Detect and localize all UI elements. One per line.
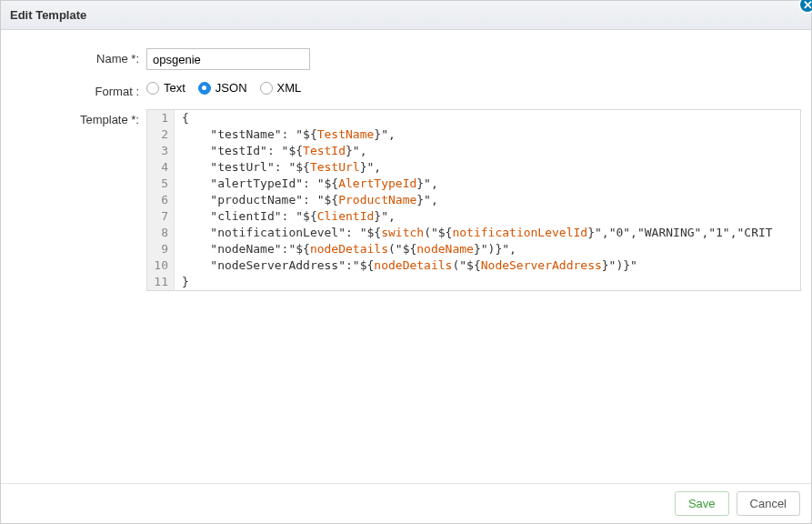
- code-line: "testId": "${TestId}",: [182, 143, 793, 159]
- editor-code[interactable]: { "testName": "${TestName}", "testId": "…: [175, 110, 800, 290]
- format-radio-json[interactable]: JSON: [198, 81, 247, 95]
- template-row: Template *: 1234567891011 { "testName": …: [10, 109, 802, 291]
- name-input[interactable]: [146, 48, 310, 70]
- template-label: Template *:: [10, 109, 146, 126]
- code-line: "nodeServerAddress":"${nodeDetails("${No…: [182, 257, 793, 274]
- format-row: Format : Text JSON XML: [10, 81, 802, 98]
- code-line: "alertTypeId": "${AlertTypeId}",: [182, 176, 793, 192]
- dialog-title: Edit Template: [10, 8, 86, 22]
- code-line: "nodeName":"${nodeDetails("${nodeName}")…: [182, 241, 793, 257]
- format-label: Format :: [10, 81, 146, 98]
- line-number: 1: [153, 110, 168, 126]
- radio-label-json: JSON: [216, 81, 247, 95]
- line-number: 3: [153, 143, 168, 159]
- radio-icon: [198, 82, 211, 95]
- save-button[interactable]: Save: [675, 491, 729, 516]
- close-icon[interactable]: ✕: [798, 0, 812, 14]
- line-number: 6: [153, 192, 168, 208]
- line-number: 8: [153, 225, 168, 241]
- line-number: 7: [153, 208, 168, 225]
- code-line: "clientId": "${ClientId}",: [182, 208, 793, 225]
- line-number: 9: [153, 241, 168, 257]
- radio-icon: [146, 82, 159, 95]
- name-row: Name *:: [10, 48, 802, 70]
- dialog-header: Edit Template ✕: [1, 1, 811, 30]
- format-radio-text[interactable]: Text: [146, 81, 185, 95]
- radio-label-xml: XML: [277, 81, 302, 95]
- name-label: Name *:: [10, 48, 146, 66]
- code-line: "notificationLevel": "${switch("${notifi…: [182, 225, 793, 241]
- line-number: 5: [153, 176, 168, 192]
- dialog-footer: Save Cancel: [1, 483, 811, 523]
- code-line: "testUrl": "${TestUrl}",: [182, 159, 793, 176]
- radio-label-text: Text: [164, 81, 185, 95]
- template-editor[interactable]: 1234567891011 { "testName": "${TestName}…: [146, 109, 801, 291]
- radio-icon: [260, 82, 273, 95]
- editor-gutter: 1234567891011: [147, 110, 175, 290]
- line-number: 11: [153, 274, 168, 290]
- format-radio-xml[interactable]: XML: [260, 81, 302, 95]
- edit-template-dialog: Edit Template ✕ Name *: Format : Text JS…: [0, 0, 812, 524]
- dialog-body: Name *: Format : Text JSON XML: [1, 30, 811, 483]
- code-line: }: [182, 274, 793, 290]
- code-line: {: [182, 110, 793, 126]
- cancel-button[interactable]: Cancel: [737, 491, 800, 516]
- line-number: 2: [153, 126, 168, 143]
- code-line: "productName": "${ProductName}",: [182, 192, 793, 208]
- line-number: 10: [153, 257, 168, 274]
- code-line: "testName": "${TestName}",: [182, 126, 793, 143]
- line-number: 4: [153, 159, 168, 176]
